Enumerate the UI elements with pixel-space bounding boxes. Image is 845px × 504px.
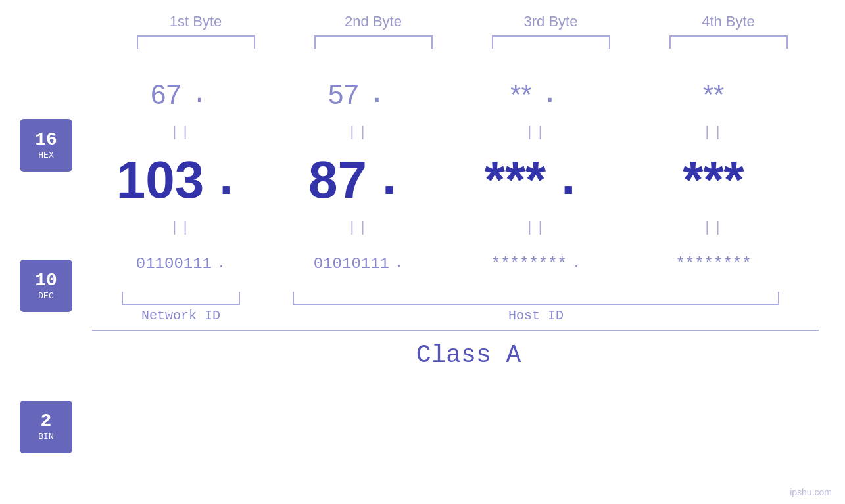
bin-cell-1: 01100111 . [92, 255, 270, 273]
equals-cell-2b: || [270, 219, 447, 236]
dec-badge-label: DEC [38, 291, 53, 301]
dec-dot-3: . [552, 154, 584, 206]
network-id-label: Network ID [92, 308, 270, 323]
hex-cell-4: ** [625, 79, 802, 110]
dec-badge: 10 DEC [20, 260, 72, 312]
dec-cell-3: *** . [447, 150, 625, 210]
equals-2a: || [348, 124, 369, 141]
dec-dot-2: . [374, 154, 405, 206]
bin-cell-3: ******** . [447, 255, 625, 273]
bin-value-1: 01100111 [136, 255, 212, 273]
main-content: 16 HEX 10 DEC 2 BIN 67 . 57 [0, 68, 845, 504]
host-bracket-line [293, 292, 779, 305]
bracket-line-1 [137, 35, 255, 49]
equals-cell-2a: || [270, 124, 447, 141]
bin-cell-4: ******** [625, 255, 802, 273]
data-columns: 67 . 57 . ** . ** || [92, 68, 845, 504]
bin-dot-2: . [395, 256, 403, 272]
dec-data-row: 103 . 87 . *** . *** [92, 144, 845, 216]
bin-badge: 2 BIN [20, 401, 72, 453]
dec-cell-1: 103 . [92, 150, 270, 210]
hex-cell-3: ** . [447, 79, 625, 110]
bracket-line-4 [669, 35, 788, 49]
equals-row-1: || || || || [92, 121, 845, 144]
class-label: Class A [416, 341, 521, 369]
bin-badge-label: BIN [38, 432, 53, 442]
equals-1a: || [170, 124, 191, 141]
equals-3a: || [525, 124, 546, 141]
host-id-label: Host ID [270, 308, 802, 323]
equals-row-2: || || || || [92, 216, 845, 239]
equals-cell-4a: || [625, 124, 802, 141]
equals-4b: || [703, 219, 724, 236]
hex-badge-num: 16 [35, 131, 57, 149]
bin-value-2: 01010111 [314, 255, 389, 273]
bin-dot-3: . [572, 256, 581, 272]
hex-value-4: ** [703, 79, 725, 110]
host-bracket-container [270, 292, 802, 305]
bracket-cell-1 [107, 35, 285, 49]
bracket-cell-4 [640, 35, 817, 49]
bracket-line-3 [492, 35, 610, 49]
top-brackets-row [39, 35, 845, 49]
class-label-container: Class A [92, 341, 845, 369]
dec-value-1: 103 [116, 150, 204, 210]
id-labels-row: Network ID Host ID [92, 308, 845, 323]
hex-dot-3: . [542, 81, 558, 108]
hex-cell-2: 57 . [270, 79, 447, 110]
hex-dot-2: . [369, 81, 385, 108]
byte-header-4: 4th Byte [640, 13, 817, 30]
dec-value-3: *** [485, 150, 546, 210]
equals-3b: || [525, 219, 546, 236]
hex-value-2: 57 [328, 79, 359, 110]
equals-4a: || [703, 124, 724, 141]
equals-cell-1a: || [92, 124, 270, 141]
bin-dot-1: . [217, 256, 226, 272]
dec-cell-2: 87 . [270, 150, 447, 210]
equals-1b: || [170, 219, 191, 236]
byte-header-3: 3rd Byte [462, 13, 640, 30]
hex-data-row: 67 . 57 . ** . ** [92, 68, 845, 121]
network-bracket-line [122, 292, 240, 305]
equals-cell-3b: || [447, 219, 625, 236]
badge-column: 16 HEX 10 DEC 2 BIN [0, 68, 92, 504]
dec-cell-4: *** [625, 150, 802, 210]
bin-value-3: ******** [491, 255, 567, 273]
hex-dot-1: . [191, 81, 208, 108]
bottom-divider [92, 330, 819, 331]
hex-cell-1: 67 . [92, 79, 270, 110]
dec-dot-1: . [210, 154, 242, 206]
hex-badge-label: HEX [38, 150, 53, 160]
main-container: 1st Byte 2nd Byte 3rd Byte 4th Byte 16 H… [0, 0, 845, 504]
equals-cell-4b: || [625, 219, 802, 236]
bracket-cell-3 [462, 35, 640, 49]
bin-data-row: 01100111 . 01010111 . ******** . *******… [92, 239, 845, 288]
bin-value-4: ******** [675, 255, 751, 273]
equals-2b: || [348, 219, 369, 236]
bracket-line-2 [314, 35, 433, 49]
hex-badge: 16 HEX [20, 119, 72, 172]
byte-header-1: 1st Byte [107, 13, 285, 30]
watermark: ipshu.com [790, 487, 832, 497]
network-id-text: Network ID [141, 308, 220, 323]
bottom-brackets-container [92, 292, 845, 305]
bin-cell-2: 01010111 . [270, 255, 447, 273]
hex-value-3: ** [510, 79, 532, 110]
dec-badge-num: 10 [35, 271, 57, 290]
dec-value-2: 87 [308, 150, 367, 210]
host-id-text: Host ID [508, 308, 564, 323]
byte-header-2: 2nd Byte [285, 13, 462, 30]
bin-badge-num: 2 [41, 412, 52, 430]
equals-cell-1b: || [92, 219, 270, 236]
equals-cell-3a: || [447, 124, 625, 141]
hex-value-1: 67 [151, 79, 181, 110]
bracket-cell-2 [285, 35, 462, 49]
byte-headers-row: 1st Byte 2nd Byte 3rd Byte 4th Byte [39, 13, 845, 30]
dec-value-4: *** [683, 150, 744, 210]
network-bracket-container [92, 292, 270, 305]
